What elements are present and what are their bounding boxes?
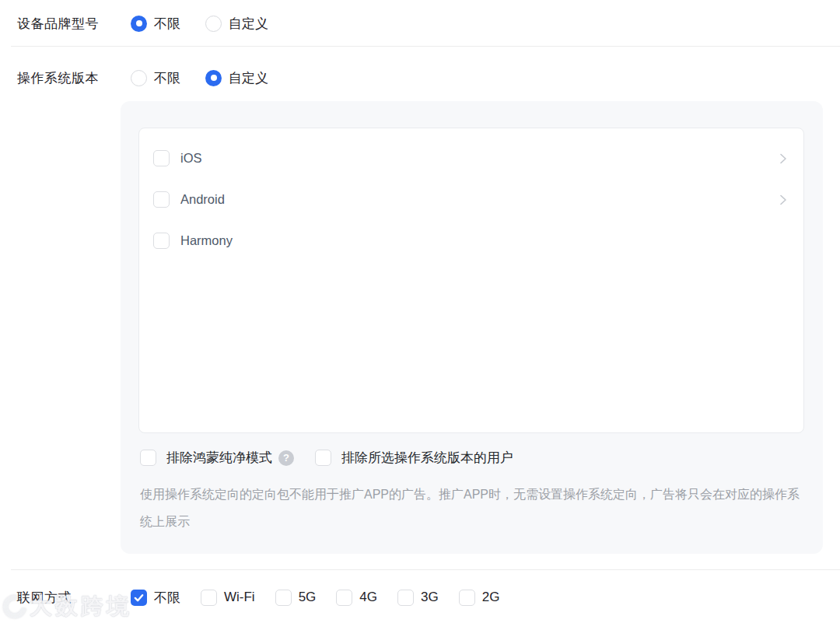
network-option-unlimited[interactable]: 不限 [131, 589, 180, 607]
radio-selected-icon[interactable] [131, 16, 147, 32]
checkbox-unchecked-icon[interactable] [201, 590, 217, 606]
checkbox-unchecked-icon[interactable] [275, 590, 292, 606]
option-label: 不限 [154, 15, 180, 33]
checkbox-unchecked-icon[interactable] [140, 450, 156, 466]
network-type-label: 联网方式 [17, 589, 72, 607]
option-label: 不限 [154, 589, 180, 607]
network-option-3g[interactable]: 3G [397, 590, 439, 606]
option-label: 自定义 [229, 15, 268, 33]
os-version-row: 操作系统版本 不限 自定义 [0, 62, 840, 93]
device-brand-row: 设备品牌型号 不限 自定义 [0, 8, 840, 39]
exclude-harmony-pure-label: 排除鸿蒙纯净模式 [166, 449, 272, 467]
option-label: 5G [299, 590, 317, 605]
divider [11, 569, 840, 570]
os-version-option-custom[interactable]: 自定义 [205, 69, 268, 87]
help-icon[interactable]: ? [278, 450, 294, 466]
os-list-box: iOS Android Harmony [138, 128, 804, 433]
radio-unselected-icon[interactable] [131, 70, 147, 86]
os-item-android[interactable]: Android [153, 179, 789, 220]
network-option-wifi[interactable]: Wi-Fi [201, 590, 255, 606]
device-brand-label: 设备品牌型号 [17, 15, 99, 33]
chevron-right-icon[interactable] [777, 152, 789, 165]
device-brand-option-unlimited[interactable]: 不限 [131, 15, 180, 33]
device-brand-option-custom[interactable]: 自定义 [205, 15, 268, 33]
option-label: 自定义 [229, 69, 268, 87]
os-custom-panel: iOS Android Harmony 排除鸿蒙纯净模式 [121, 101, 823, 554]
option-label: 不限 [154, 69, 180, 87]
network-options: 不限 Wi-Fi 5G 4G [131, 589, 499, 607]
exclude-selected-os-users-label: 排除所选操作系统版本的用户 [341, 449, 513, 467]
option-label: Wi-Fi [224, 590, 255, 605]
checkbox-unchecked-icon[interactable] [315, 450, 331, 466]
checkbox-unchecked-icon[interactable] [153, 233, 170, 249]
device-brand-options: 不限 自定义 [131, 15, 268, 33]
option-label: 2G [482, 590, 500, 605]
os-item-label: iOS [180, 151, 777, 166]
checkbox-unchecked-icon[interactable] [153, 150, 170, 166]
os-item-label: Harmony [180, 233, 789, 248]
os-version-option-unlimited[interactable]: 不限 [131, 69, 180, 87]
os-item-label: Android [180, 192, 777, 207]
os-targeting-note: 使用操作系统定向的定向包不能用于推广APP的广告。推广APP时，无需设置操作系统… [140, 481, 809, 535]
checkbox-unchecked-icon[interactable] [336, 590, 352, 606]
network-option-2g[interactable]: 2G [459, 590, 500, 606]
os-item-ios[interactable]: iOS [153, 138, 789, 179]
divider [11, 46, 840, 47]
checkbox-checked-icon[interactable] [131, 590, 147, 606]
chevron-right-icon[interactable] [777, 194, 789, 206]
targeting-settings-page: 设备品牌型号 不限 自定义 操作系统版本 不限 自定义 [0, 0, 840, 623]
option-label: 3G [421, 590, 439, 605]
os-version-options: 不限 自定义 [131, 69, 268, 87]
network-type-row: 联网方式 不限 Wi-Fi 5G [0, 582, 840, 613]
network-option-5g[interactable]: 5G [275, 590, 317, 606]
checkbox-unchecked-icon[interactable] [153, 191, 170, 208]
checkbox-unchecked-icon[interactable] [459, 590, 475, 606]
radio-selected-icon[interactable] [205, 70, 222, 86]
radio-unselected-icon[interactable] [205, 16, 222, 32]
exclude-options-row: 排除鸿蒙纯净模式 ? 排除所选操作系统版本的用户 [140, 449, 513, 467]
network-option-4g[interactable]: 4G [336, 590, 377, 606]
os-version-label: 操作系统版本 [17, 69, 99, 87]
os-item-harmony[interactable]: Harmony [153, 220, 789, 261]
checkbox-unchecked-icon[interactable] [397, 590, 414, 606]
option-label: 4G [359, 590, 377, 605]
